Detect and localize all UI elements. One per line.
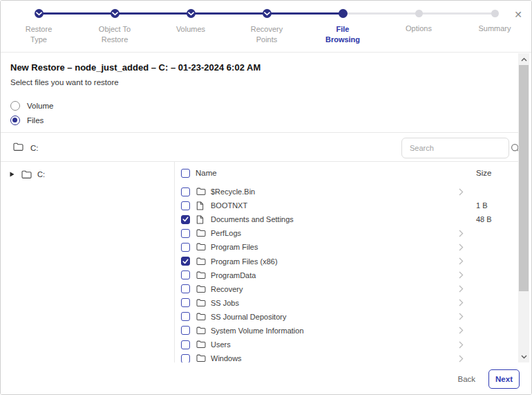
row-name: SS Journal Depository xyxy=(211,313,459,321)
row-checkbox[interactable] xyxy=(181,201,190,210)
chevron-right-icon[interactable] xyxy=(459,271,464,279)
step-marker-icon[interactable] xyxy=(491,10,499,17)
close-icon[interactable]: ✕ xyxy=(514,10,522,19)
row-name: SS Jobs xyxy=(211,299,459,307)
chevron-right-icon[interactable] xyxy=(459,230,464,237)
step-label: Summary xyxy=(457,24,532,34)
row-checkbox[interactable] xyxy=(181,270,190,279)
step-label: Options xyxy=(381,24,457,34)
folder-icon xyxy=(196,354,206,362)
size-column-header[interactable]: Size xyxy=(476,169,519,177)
chevron-right-icon[interactable] xyxy=(459,244,464,251)
row-checkbox[interactable] xyxy=(181,312,190,321)
file-table: Name Size $Recycle.Bin xyxy=(175,161,519,362)
scroll-up-icon[interactable] xyxy=(518,53,529,65)
tree-item-c-drive[interactable]: C: xyxy=(10,168,174,181)
table-row[interactable]: SS Journal Depository xyxy=(175,310,519,324)
chevron-right-icon[interactable] xyxy=(459,299,464,306)
row-checkbox[interactable] xyxy=(181,340,190,349)
row-checkbox[interactable] xyxy=(181,354,190,362)
table-row[interactable]: BOOTNXT 1 B xyxy=(175,199,519,212)
chevron-right-icon[interactable] xyxy=(459,327,464,334)
chevron-right-icon[interactable] xyxy=(459,355,464,362)
step-marker-icon[interactable] xyxy=(339,9,348,18)
table-row[interactable]: Program Files xyxy=(175,240,519,254)
row-checkbox[interactable] xyxy=(181,229,190,238)
stepper-step[interactable]: Volumes xyxy=(153,9,229,35)
folder-icon xyxy=(21,170,32,179)
row-size: 48 B xyxy=(476,215,519,223)
row-name: ProgramData xyxy=(211,271,459,279)
step-marker-icon[interactable] xyxy=(187,9,196,18)
name-column-header[interactable]: Name xyxy=(196,169,459,177)
scroll-down-icon[interactable] xyxy=(518,351,529,362)
step-marker-icon[interactable] xyxy=(263,9,272,18)
table-row[interactable]: Documents and Settings 48 B xyxy=(175,212,519,226)
chevron-right-icon[interactable] xyxy=(459,313,464,320)
step-label: Object To Restore xyxy=(77,24,153,45)
row-checkbox[interactable] xyxy=(181,187,190,196)
row-checkbox[interactable] xyxy=(181,243,190,252)
stepper-step[interactable]: Recovery Points xyxy=(229,9,305,45)
stepper-step[interactable]: File Browsing xyxy=(305,9,381,45)
step-marker-icon[interactable] xyxy=(415,10,423,17)
stepper-step[interactable]: Restore Type xyxy=(1,9,77,45)
next-button[interactable]: Next xyxy=(488,369,520,389)
table-row[interactable]: SS Jobs xyxy=(175,296,519,310)
chevron-right-icon[interactable] xyxy=(459,188,464,196)
select-all-checkbox[interactable] xyxy=(181,169,190,178)
row-checkbox[interactable] xyxy=(181,215,190,224)
folder-icon xyxy=(196,327,206,335)
row-name: System Volume Information xyxy=(211,327,459,335)
chevron-right-icon[interactable] xyxy=(459,341,464,349)
back-button[interactable]: Back xyxy=(457,375,475,383)
row-name: Program Files xyxy=(211,243,459,251)
stepper-step[interactable]: Options xyxy=(381,9,457,34)
radio-icon[interactable] xyxy=(10,116,20,125)
chevron-right-icon[interactable] xyxy=(459,257,464,265)
row-name: Windows xyxy=(211,354,459,362)
step-marker-icon[interactable] xyxy=(35,9,44,18)
chevron-right-icon[interactable] xyxy=(459,285,464,293)
radio-label: Volume xyxy=(27,102,53,110)
step-label: Restore Type xyxy=(1,24,77,45)
search-input[interactable] xyxy=(402,144,511,152)
table-row[interactable]: PerfLogs xyxy=(175,226,519,240)
table-row[interactable]: System Volume Information xyxy=(175,324,519,338)
file-browser: C: Name Size $Recycle. xyxy=(1,161,519,362)
step-label: Recovery Points xyxy=(229,24,305,45)
breadcrumb-label: C: xyxy=(30,144,39,152)
page-title: New Restore – node_just_added – C: – 01-… xyxy=(10,62,519,73)
expand-arrow-icon[interactable] xyxy=(10,172,15,177)
table-row[interactable]: ProgramData xyxy=(175,268,519,282)
table-row[interactable]: Users xyxy=(175,338,519,351)
folder-icon xyxy=(196,187,206,196)
vertical-scrollbar[interactable] xyxy=(518,53,529,362)
radio-option[interactable]: Files xyxy=(10,113,519,127)
folder-icon xyxy=(196,313,206,321)
row-checkbox[interactable] xyxy=(181,284,190,293)
table-row[interactable]: Recovery xyxy=(175,282,519,296)
radio-icon[interactable] xyxy=(10,101,20,111)
stepper-step[interactable]: Object To Restore xyxy=(77,9,153,45)
row-name: $Recycle.Bin xyxy=(211,187,459,196)
folder-icon xyxy=(13,142,23,154)
table-row[interactable]: Program Files (x86) xyxy=(175,254,519,268)
step-marker-icon[interactable] xyxy=(111,9,120,18)
folder-tree-panel: C: xyxy=(1,161,175,362)
row-checkbox[interactable] xyxy=(181,326,190,335)
radio-option[interactable]: Volume xyxy=(10,98,519,113)
folder-icon xyxy=(196,285,206,293)
table-row[interactable]: $Recycle.Bin xyxy=(175,185,519,199)
row-name: Documents and Settings xyxy=(211,215,459,223)
table-row[interactable]: Windows xyxy=(175,351,519,362)
scrollbar-thumb[interactable] xyxy=(519,65,529,291)
wizard-footer: Back Next xyxy=(1,362,532,395)
wizard-content: New Restore – node_just_added – C: – 01-… xyxy=(1,53,519,362)
step-label: File Browsing xyxy=(305,24,381,45)
row-checkbox[interactable] xyxy=(181,257,190,266)
breadcrumb[interactable]: C: xyxy=(13,142,39,154)
restore-wizard-dialog: Restore Type Object To Restore Volumes R… xyxy=(0,0,532,395)
folder-icon xyxy=(196,229,206,237)
row-checkbox[interactable] xyxy=(181,298,190,307)
